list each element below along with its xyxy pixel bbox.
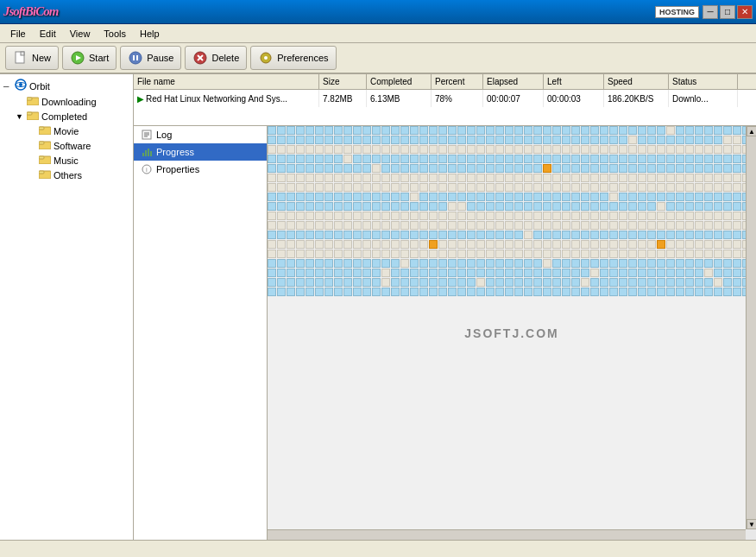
sidebar-item-orbit[interactable]: ─Orbit [0,78,133,94]
progress-block [714,221,722,230]
progress-block [343,136,352,144]
progress-block [419,221,428,230]
progress-block [410,212,419,220]
menu-item-view[interactable]: View [63,27,98,41]
progress-block [505,240,513,249]
menu-item-file[interactable]: File [3,27,33,41]
col-header-left[interactable]: Left [544,74,604,89]
bottom-left-panels: LogProgressiProperties [134,126,268,540]
sidebar-item-movie[interactable]: Movie [0,123,133,138]
progress-block [334,136,343,144]
progress-block [372,221,381,230]
progress-block [391,250,400,258]
progress-block [287,250,295,258]
col-header-elapsed[interactable]: Elapsed [483,74,544,89]
progress-block [543,259,551,268]
progress-block [287,145,295,154]
sidebar-item-completed[interactable]: ▼Completed [0,109,133,123]
progress-block [533,212,542,220]
vertical-scrollbar[interactable]: ▲ ▼ [746,126,756,529]
progress-block [438,145,447,154]
progress-block [657,221,665,230]
close-button[interactable]: ✕ [737,5,753,19]
progress-block [562,145,570,154]
progress-block [552,259,561,268]
progress-block [666,212,675,220]
progress-block [287,278,295,287]
scroll-down-arrow[interactable]: ▼ [747,519,756,529]
progress-block [362,126,371,135]
progress-block [334,240,343,249]
progress-block [600,278,608,287]
progress-block [457,259,466,268]
progress-block [638,164,646,173]
minimize-button[interactable]: ─ [702,5,718,19]
progress-block [505,269,513,277]
folder-icon-completed [27,110,39,123]
progress-block [714,183,722,192]
scroll-track[interactable] [747,136,756,519]
progress-block [438,250,447,258]
col-header-percent[interactable]: Percent [432,74,483,89]
progress-block [600,126,608,135]
col-header-status[interactable]: Status [669,74,738,89]
progress-block [657,183,665,192]
menu-item-edit[interactable]: Edit [33,27,63,41]
table-row[interactable]: ▶Red Hat Linux Networking And Sys...7.82… [134,90,756,107]
restore-button[interactable]: □ [720,5,735,19]
progress-block [362,183,371,192]
pause-button[interactable]: Pause [120,46,181,70]
progress-block [419,145,428,154]
horizontal-scrollbar[interactable] [268,529,746,540]
progress-block [505,202,513,211]
delete-button[interactable]: Delete [185,46,247,70]
progress-block [438,183,447,192]
progress-block [306,269,314,277]
start-button[interactable]: Start [62,46,117,70]
progress-block [704,164,713,173]
new-button[interactable]: New [5,46,59,70]
panel-log[interactable]: Log [134,126,267,143]
menu-item-help[interactable]: Help [133,27,167,41]
progress-block [296,278,305,287]
scroll-up-arrow[interactable]: ▲ [747,126,756,136]
panel-properties[interactable]: iProperties [134,161,267,178]
progress-block [714,250,722,258]
panel-progress[interactable]: Progress [134,143,267,161]
progress-block [609,212,618,220]
progress-block [666,240,675,249]
col-header-size[interactable]: Size [319,74,367,89]
col-header-filename[interactable]: File name [134,74,319,89]
preferences-button[interactable]: Preferences [250,46,336,70]
col-header-completed[interactable]: Completed [367,74,432,89]
menu-item-tools[interactable]: Tools [97,27,133,41]
col-header-speed[interactable]: Speed [604,74,669,89]
progress-block [268,155,276,163]
block-row-13 [268,250,746,258]
pause-label: Pause [147,53,173,63]
progress-block [609,145,618,154]
tree-expand-orbit: ─ [3,82,12,91]
progress-block [628,231,637,239]
progress-block [277,259,286,268]
progress-block [723,126,732,135]
progress-block [666,174,675,182]
progress-block [438,259,447,268]
progress-block [505,259,513,268]
progress-block [448,269,457,277]
progress-block [467,240,476,249]
sidebar-item-music[interactable]: Music [0,153,133,168]
sidebar-label-software: Software [54,141,91,151]
progress-block [695,183,703,192]
sidebar-label-music: Music [54,155,79,166]
sidebar-item-software[interactable]: Software [0,138,133,153]
progress-block [581,145,589,154]
progress-block [457,145,466,154]
progress-block [666,231,675,239]
progress-block [400,183,409,192]
progress-block [277,240,286,249]
progress-block [287,202,295,211]
sidebar-item-downloading[interactable]: Downloading [0,94,133,109]
progress-block [647,174,656,182]
sidebar-item-others[interactable]: Others [0,168,133,182]
